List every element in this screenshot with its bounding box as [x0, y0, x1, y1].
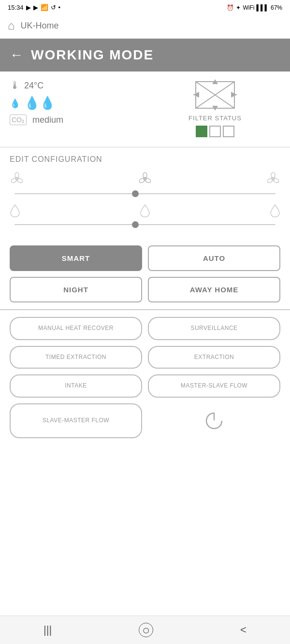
- filter-box-2: [209, 126, 221, 137]
- humidity-slider[interactable]: [10, 224, 280, 225]
- temperature-value: 24°C: [24, 81, 44, 91]
- battery-icon: 67%: [271, 4, 282, 11]
- humidity-icon-2: 💧💧: [24, 96, 55, 111]
- info-left: 🌡 24°C 💧 💧💧 CO₂ medium: [10, 79, 140, 125]
- bluetooth-icon: ✦: [236, 4, 241, 11]
- status-bar-left: 15:34 ▶ ▶ 📶 ↺ •: [8, 4, 60, 11]
- fan-icon-high: [266, 172, 280, 189]
- status-bar-right: ⏰ ✦ WiFi ▌▌▌ 67%: [227, 4, 282, 11]
- edit-config-section: EDIT CONFIGURATION: [0, 149, 290, 241]
- humidity-row: 💧 💧💧: [10, 96, 140, 111]
- header: ← WORKING MODE: [0, 39, 290, 72]
- slave-master-flow-button[interactable]: SLAVE-MASTER FLOW: [10, 403, 142, 438]
- fan-icon-low: [10, 172, 24, 189]
- thermometer-icon: 🌡: [10, 79, 20, 92]
- fan-speed-slider[interactable]: [10, 193, 280, 194]
- power-icon: [203, 410, 225, 431]
- alarm-icon: ⏰: [227, 4, 234, 11]
- fan-icon-mid: [138, 172, 152, 189]
- smart-mode-button[interactable]: SMART: [10, 245, 142, 271]
- edit-config-title: EDIT CONFIGURATION: [10, 155, 280, 164]
- filter-status-label: FILTER STATUS: [188, 114, 242, 122]
- section-divider: [0, 309, 290, 310]
- home-button[interactable]: ○: [139, 623, 153, 637]
- back-nav-button[interactable]: <: [240, 624, 246, 636]
- page-title: WORKING MODE: [31, 47, 154, 63]
- status-bar: 15:34 ▶ ▶ 📶 ↺ • ⏰ ✦ WiFi ▌▌▌ 67%: [0, 0, 290, 15]
- manual-heat-recover-button[interactable]: MANUAL HEAT RECOVER: [10, 317, 142, 340]
- temperature-row: 🌡 24°C: [10, 79, 140, 92]
- drop-icon-low: [10, 204, 20, 220]
- nav-home-label: UK-Home: [21, 21, 59, 31]
- dot-icon: •: [58, 4, 61, 11]
- filter-box-1: [196, 126, 207, 137]
- humidity-icon-1: 💧: [10, 98, 20, 109]
- wifi-icon: WiFi: [243, 4, 254, 11]
- filter-box-3: [223, 126, 234, 137]
- youtube-icon: ▶: [26, 4, 31, 11]
- heat-exchanger-icon: [193, 79, 237, 111]
- away-home-mode-button[interactable]: AWAY HOME: [148, 277, 280, 302]
- master-slave-flow-button[interactable]: MASTER-SLAVE FLOW: [148, 374, 280, 398]
- humidity-slider-row: [10, 204, 280, 220]
- secondary-buttons: MANUAL HEAT RECOVER SURVEILLANCE TIMED E…: [0, 312, 290, 448]
- home-icon[interactable]: ⌂: [8, 19, 15, 32]
- intake-button[interactable]: INTAKE: [10, 374, 142, 398]
- signal-bars-icon: ▌▌▌: [256, 4, 269, 11]
- back-button[interactable]: ←: [10, 47, 23, 63]
- power-button[interactable]: [148, 403, 280, 438]
- info-right: FILTER STATUS: [150, 79, 280, 137]
- nav-bar: ⌂ UK-Home: [0, 15, 290, 39]
- info-section: 🌡 24°C 💧 💧💧 CO₂ medium FILTER STATUS: [0, 72, 290, 145]
- mode-buttons: SMART AUTO NIGHT AWAY HOME: [0, 241, 290, 307]
- menu-button[interactable]: |||: [44, 624, 52, 636]
- signal-icon: 📶: [41, 4, 48, 11]
- co2-value: medium: [32, 115, 63, 125]
- sync-icon: ↺: [51, 4, 56, 11]
- extraction-button[interactable]: EXTRACTION: [148, 346, 280, 369]
- surveillance-button[interactable]: SURVEILLANCE: [148, 317, 280, 340]
- media-icon: ▶: [33, 4, 38, 11]
- bottom-nav: ||| ○ <: [0, 615, 290, 644]
- night-mode-button[interactable]: NIGHT: [10, 277, 142, 302]
- filter-status-boxes: [196, 126, 234, 137]
- co2-icon: CO₂: [10, 114, 27, 125]
- drop-icon-mid: [140, 204, 150, 220]
- co2-row: CO₂ medium: [10, 114, 140, 125]
- fan-speed-row: [10, 172, 280, 189]
- timed-extraction-button[interactable]: TIMED EXTRACTION: [10, 346, 142, 369]
- auto-mode-button[interactable]: AUTO: [148, 245, 280, 271]
- time-display: 15:34: [8, 4, 24, 11]
- drop-icon-high: [270, 204, 280, 220]
- divider-1: [0, 147, 290, 147]
